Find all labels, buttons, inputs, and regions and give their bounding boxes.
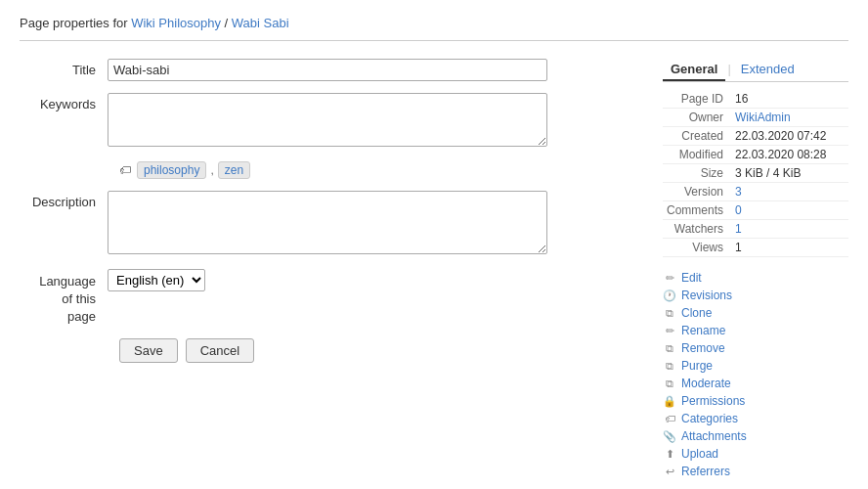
language-label: Language of this page <box>20 269 108 327</box>
action-rename-label: Rename <box>681 324 725 337</box>
tag-zen[interactable]: zen <box>218 161 250 179</box>
title-label: Title <box>20 59 108 77</box>
page-id-value: 16 <box>731 90 848 109</box>
revisions-icon: 🕐 <box>663 289 676 302</box>
created-label: Created <box>663 127 731 146</box>
keywords-row: Keywords <box>20 93 643 150</box>
save-button[interactable]: Save <box>119 338 178 363</box>
clone-icon: ⧉ <box>663 307 676 320</box>
language-label-line2: of this <box>62 291 96 306</box>
action-item-clone: ⧉ Clone <box>663 304 848 322</box>
action-remove[interactable]: ⧉ Remove <box>663 341 848 355</box>
page-container: Page properties for Wiki Philosophy / Wa… <box>0 0 868 489</box>
description-field <box>108 191 643 257</box>
action-revisions[interactable]: 🕐 Revisions <box>663 289 848 302</box>
action-item-rename: ✏ Rename <box>663 322 848 339</box>
tag-icon: 🏷 <box>119 163 131 177</box>
page-header: Page properties for Wiki Philosophy / Wa… <box>20 16 848 41</box>
breadcrumb-wiki-philosophy[interactable]: Wiki Philosophy <box>131 16 221 30</box>
action-moderate[interactable]: ⧉ Moderate <box>663 377 848 390</box>
action-purge[interactable]: ⧉ Purge <box>663 359 848 373</box>
action-item-attachments: 📎 Attachments <box>663 427 848 445</box>
panel-tabs: General | Extended <box>663 59 848 82</box>
modified-label: Modified <box>663 146 731 164</box>
description-label: Description <box>20 191 108 209</box>
info-row-size: Size 3 KiB / 4 KiB <box>663 164 848 183</box>
action-referrers-label: Referrers <box>681 465 730 478</box>
watchers-link[interactable]: 1 <box>735 222 742 236</box>
tag-separator-1: , <box>210 163 213 177</box>
action-item-revisions: 🕐 Revisions <box>663 287 848 304</box>
action-item-referrers: ↩ Referrers <box>663 463 848 480</box>
keywords-textarea[interactable] <box>108 93 547 147</box>
action-item-edit: ✏ Edit <box>663 269 848 287</box>
header-prefix: Page properties for <box>20 16 128 30</box>
title-field <box>108 59 643 81</box>
size-value: 3 KiB / 4 KiB <box>731 164 848 183</box>
language-select[interactable]: English (en) <box>108 269 205 291</box>
info-row-page-id: Page ID 16 <box>663 90 848 109</box>
info-table: Page ID 16 Owner WikiAdmin Created 22.03… <box>663 90 848 257</box>
permissions-icon: 🔒 <box>663 395 676 408</box>
action-moderate-label: Moderate <box>681 377 731 390</box>
description-textarea[interactable] <box>108 191 547 254</box>
description-row: Description <box>20 191 643 257</box>
title-input[interactable] <box>108 59 547 81</box>
moderate-icon: ⧉ <box>663 378 676 390</box>
action-clone[interactable]: ⧉ Clone <box>663 306 848 320</box>
breadcrumb-wabi-sabi[interactable]: Wabi Sabi <box>232 16 289 30</box>
info-row-views: Views 1 <box>663 239 848 257</box>
language-label-line3: page <box>67 309 96 324</box>
info-row-watchers: Watchers 1 <box>663 220 848 239</box>
action-item-upload: ⬆ Upload <box>663 445 848 463</box>
size-label: Size <box>663 164 731 183</box>
action-edit[interactable]: ✏ Edit <box>663 271 848 285</box>
owner-link[interactable]: WikiAdmin <box>735 111 791 124</box>
info-row-comments: Comments 0 <box>663 201 848 220</box>
action-upload-label: Upload <box>681 447 718 461</box>
action-referrers[interactable]: ↩ Referrers <box>663 465 848 478</box>
breadcrumb-separator: / <box>225 16 232 30</box>
action-rename[interactable]: ✏ Rename <box>663 324 848 337</box>
language-field: English (en) <box>108 269 643 291</box>
action-revisions-label: Revisions <box>681 289 732 302</box>
categories-icon: 🏷 <box>663 413 676 424</box>
keywords-label: Keywords <box>20 93 108 111</box>
title-row: Title <box>20 59 643 81</box>
views-label: Views <box>663 239 731 257</box>
attachments-icon: 📎 <box>663 430 676 443</box>
action-permissions-label: Permissions <box>681 394 745 408</box>
owner-label: Owner <box>663 109 731 127</box>
action-item-purge: ⧉ Purge <box>663 357 848 375</box>
action-item-moderate: ⧉ Moderate <box>663 375 848 392</box>
action-purge-label: Purge <box>681 359 713 373</box>
language-row: Language of this page English (en) <box>20 269 643 327</box>
action-permissions[interactable]: 🔒 Permissions <box>663 394 848 408</box>
tag-philosophy[interactable]: philosophy <box>137 161 206 179</box>
version-value: 3 <box>731 183 848 201</box>
action-attachments[interactable]: 📎 Attachments <box>663 429 848 443</box>
version-link[interactable]: 3 <box>735 185 742 199</box>
tab-general[interactable]: General <box>663 59 725 81</box>
language-label-line1: Language <box>39 274 96 289</box>
cancel-button[interactable]: Cancel <box>186 338 254 363</box>
main-content: Title Keywords 🏷 philosophy , zen <box>20 59 848 480</box>
action-item-permissions: 🔒 Permissions <box>663 392 848 410</box>
action-upload[interactable]: ⬆ Upload <box>663 447 848 461</box>
watchers-label: Watchers <box>663 220 731 239</box>
views-value: 1 <box>731 239 848 257</box>
comments-link[interactable]: 0 <box>735 203 742 217</box>
form-section: Title Keywords 🏷 philosophy , zen <box>20 59 643 480</box>
action-categories[interactable]: 🏷 Categories <box>663 412 848 425</box>
info-row-owner: Owner WikiAdmin <box>663 109 848 127</box>
info-row-created: Created 22.03.2020 07:42 <box>663 127 848 146</box>
tab-extended[interactable]: Extended <box>733 59 803 81</box>
edit-icon: ✏ <box>663 272 676 285</box>
page-id-label: Page ID <box>663 90 731 109</box>
tab-divider: | <box>725 59 732 81</box>
referrers-icon: ↩ <box>663 466 676 478</box>
action-item-categories: 🏷 Categories <box>663 410 848 427</box>
created-value: 22.03.2020 07:42 <box>731 127 848 146</box>
info-row-modified: Modified 22.03.2020 08:28 <box>663 146 848 164</box>
owner-value: WikiAdmin <box>731 109 848 127</box>
